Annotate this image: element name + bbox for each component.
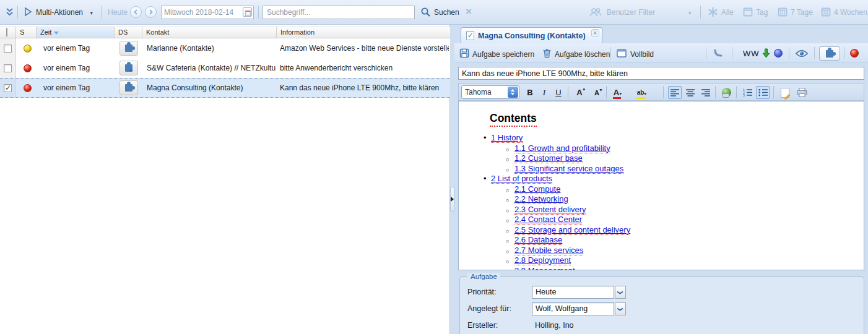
column-header-ds[interactable]: DS: [115, 27, 142, 38]
italic-button[interactable]: I: [537, 86, 551, 99]
fullscreen-button[interactable]: Vollbild: [630, 50, 654, 59]
toc-link[interactable]: 2.9 Management: [459, 266, 864, 271]
bullet-list-button[interactable]: [756, 86, 770, 99]
information-cell: Amazon Web Services - bitte neue Dienste…: [280, 38, 449, 58]
toc-link[interactable]: 2.8 Deployment: [459, 255, 864, 266]
row-checkbox-cell[interactable]: [0, 58, 16, 78]
font-family-select[interactable]: Tahoma: [461, 85, 519, 99]
save-task-button[interactable]: Aufgabe speichern: [472, 50, 534, 59]
filter-4-weeks-button[interactable]: 4 Wochen: [834, 8, 867, 17]
tab-close-icon[interactable]: [591, 29, 599, 37]
decrease-font-button[interactable]: A▼: [590, 86, 604, 99]
print-icon[interactable]: [795, 86, 809, 99]
status-red-icon[interactable]: [850, 49, 859, 58]
tab-magna-consulting[interactable]: Magna Consulting (Kontakte): [461, 27, 602, 43]
toc-link[interactable]: 2.4 Contact Center: [459, 215, 864, 225]
column-header-zeit[interactable]: Zeit: [37, 27, 115, 38]
chevron-down-icon[interactable]: [619, 88, 625, 97]
table-row[interactable]: vor einem Tag S&W Cafeteria (Kontakte) /…: [0, 58, 450, 78]
formatting-toolbar: Tahoma B I U A▲ A▼ A ab: [458, 83, 864, 101]
font-color-button[interactable]: A: [611, 86, 627, 99]
toc-link[interactable]: 1.1 Growth and profitability: [459, 143, 864, 154]
created-for-dropdown-icon[interactable]: [615, 302, 626, 315]
search-input[interactable]: [263, 6, 415, 19]
ds-cell[interactable]: [119, 38, 142, 58]
underline-button[interactable]: U: [552, 86, 565, 99]
align-left-button[interactable]: [668, 86, 682, 99]
select-all-header[interactable]: [0, 27, 16, 38]
puzzle-button-active[interactable]: [819, 46, 840, 61]
select-all-checkbox[interactable]: [6, 28, 7, 36]
toc-link[interactable]: 1.3 Significant service outages: [459, 164, 864, 174]
toc-link[interactable]: 2.5 Storage and content delivery: [459, 225, 864, 236]
phone-icon[interactable]: [713, 48, 723, 60]
splitter-collapse-handle[interactable]: [450, 187, 454, 212]
toc-link[interactable]: 2.3 Content delivery: [459, 205, 864, 215]
priority-dropdown-icon[interactable]: [615, 286, 626, 299]
collapse-toolbar-icon[interactable]: [5, 7, 14, 19]
divider: [715, 86, 716, 98]
divider: [706, 47, 706, 59]
toc-link[interactable]: 1 History: [459, 133, 864, 143]
chevron-down-icon[interactable]: [688, 8, 692, 17]
column-header-information[interactable]: Information: [277, 27, 450, 38]
search-button[interactable]: Suchen: [434, 8, 459, 17]
row-checkbox[interactable]: [4, 45, 12, 53]
filter-day-button[interactable]: Tag: [756, 8, 768, 17]
stepper-icon[interactable]: [508, 87, 518, 98]
align-right-button[interactable]: [699, 86, 713, 99]
toc-link[interactable]: 2.7 Mobile services: [459, 246, 864, 256]
run-action-icon[interactable]: [23, 6, 33, 19]
filter-all-button[interactable]: Alle: [721, 8, 734, 17]
ds-cell[interactable]: [119, 58, 142, 78]
created-for-select[interactable]: Wolf, Wolfgang: [532, 302, 614, 315]
user-filter-dropdown[interactable]: Benutzer Filter: [607, 8, 655, 17]
rich-text-editor[interactable]: Contents 1 History 1.1 Growth and profit…: [458, 101, 864, 270]
status-blue-icon[interactable]: [774, 49, 783, 58]
toc-link[interactable]: 2.1 Compute: [459, 184, 864, 195]
divider: [789, 47, 789, 59]
toc-link[interactable]: 2 List of products: [459, 174, 864, 184]
toc-link[interactable]: 2.6 Database: [459, 235, 864, 246]
close-search-icon[interactable]: ×: [466, 6, 472, 17]
date-field[interactable]: Mittwoch 2018-02-14: [161, 6, 254, 19]
multi-actions-button[interactable]: Multi-Aktionen: [36, 8, 93, 17]
row-checkbox-cell[interactable]: [0, 38, 16, 58]
table-row[interactable]: vor einem Tag Marianne (Kontakte) Amazon…: [0, 38, 450, 58]
panel-splitter[interactable]: [450, 25, 454, 334]
row-checkbox-checked[interactable]: [4, 84, 12, 92]
puzzle-icon[interactable]: [119, 41, 138, 56]
delete-task-button[interactable]: Aufgabe löschen: [555, 50, 610, 59]
search-icon[interactable]: [420, 7, 431, 19]
toc-link[interactable]: 2.2 Networking: [459, 194, 864, 205]
trash-icon: [542, 48, 552, 60]
filter-7-days-button[interactable]: 7 Tage: [791, 8, 813, 17]
toc-link[interactable]: 1.2 Customer base: [459, 153, 864, 164]
puzzle-icon[interactable]: [119, 80, 138, 95]
ds-cell[interactable]: [119, 79, 142, 97]
table-row-selected[interactable]: vor einem Tag Magna Consulting (Kontakte…: [0, 78, 450, 98]
download-arrow-icon[interactable]: [762, 48, 770, 60]
previous-day-button[interactable]: [130, 6, 142, 18]
bold-button[interactable]: B: [523, 86, 537, 99]
row-checkbox-cell[interactable]: [0, 79, 16, 97]
priority-select[interactable]: Heute: [532, 286, 614, 299]
user-filter-icon: [589, 7, 602, 19]
next-day-button[interactable]: [145, 6, 157, 18]
eye-icon[interactable]: [796, 49, 808, 59]
increase-font-button[interactable]: A▲: [573, 86, 586, 99]
highlight-color-button[interactable]: ab: [633, 86, 653, 99]
numbered-list-button[interactable]: 123: [740, 86, 754, 99]
subject-input[interactable]: [458, 67, 864, 80]
chevron-down-icon[interactable]: [644, 88, 649, 97]
column-header-kontakt[interactable]: Kontakt: [142, 27, 277, 38]
puzzle-plus-icon[interactable]: [119, 61, 138, 75]
align-center-button[interactable]: [684, 86, 697, 99]
save-icon: [459, 48, 469, 60]
column-header-status[interactable]: S: [16, 27, 37, 38]
hyperlink-globe-icon[interactable]: [719, 86, 733, 99]
row-checkbox[interactable]: [4, 64, 12, 72]
today-button[interactable]: Heute: [108, 8, 128, 17]
edit-source-icon[interactable]: [778, 86, 792, 99]
date-picker-icon[interactable]: [243, 7, 252, 17]
